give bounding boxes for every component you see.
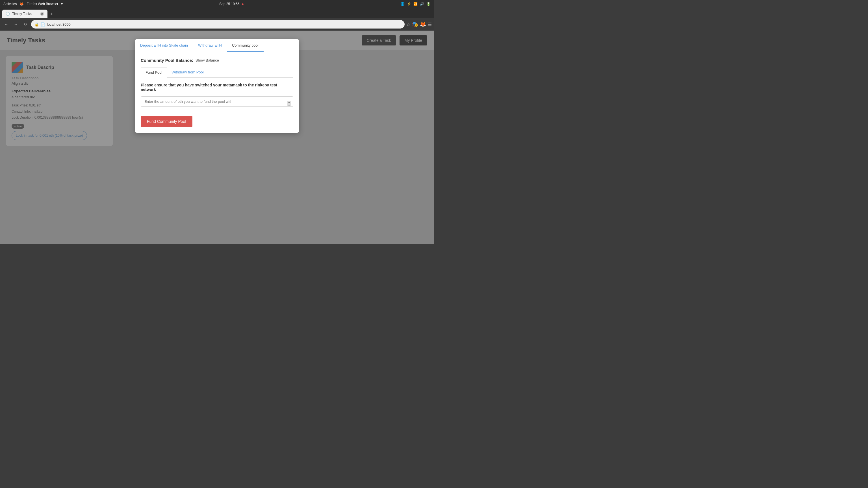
fund-community-pool-button[interactable]: Fund Community Pool bbox=[141, 116, 192, 127]
address-text: localhost:3000 bbox=[47, 22, 71, 27]
activities-label[interactable]: Activities bbox=[3, 2, 17, 6]
browser-toolbar: ← → ↻ 🔒 📄 localhost:3000 ☆ 🎭 🦊 ☰ bbox=[0, 18, 434, 31]
os-bar-left: Activities 🦊 Firefox Web Browser ▾ bbox=[3, 2, 63, 6]
page-icon: 📄 bbox=[41, 22, 45, 27]
reload-button[interactable]: ↻ bbox=[22, 20, 29, 28]
firefox-icon: 🦊 bbox=[20, 2, 24, 6]
tab-deposit-eth[interactable]: Deposit ETH into Skale chain bbox=[135, 39, 193, 52]
address-bar[interactable]: 🔒 📄 localhost:3000 bbox=[31, 20, 405, 29]
eth-input-wrapper: ▲ ▼ bbox=[141, 96, 293, 111]
close-tab-button[interactable]: ✕ bbox=[40, 12, 44, 16]
ext-fox-icon: 🦊 bbox=[420, 21, 426, 27]
volume-icon: 🔊 bbox=[420, 2, 424, 6]
inner-tab-bar: Fund Pool Withdraw from Pool bbox=[141, 67, 293, 78]
forward-button[interactable]: → bbox=[12, 20, 20, 28]
vpn-icon: 🌐 bbox=[400, 2, 405, 6]
spinner-buttons: ▲ ▼ bbox=[287, 101, 291, 107]
os-bar-right: 🌐 ⚡ 📶 🔊 🔋 bbox=[400, 2, 431, 6]
tab-bar: 🕐 Timely Tasks ✕ + bbox=[0, 8, 434, 18]
show-balance-link[interactable]: Show Balance bbox=[195, 58, 219, 62]
spinner-down[interactable]: ▼ bbox=[287, 104, 291, 107]
os-bar-center: Sep 25 19:56 ● bbox=[219, 2, 244, 6]
modal-overlay: Deposit ETH into Skale chain Withdraw ET… bbox=[0, 31, 434, 244]
browser-chrome: 🕐 Timely Tasks ✕ + ← → ↻ 🔒 📄 localhost:3… bbox=[0, 8, 434, 31]
active-browser-tab[interactable]: 🕐 Timely Tasks ✕ bbox=[2, 10, 48, 18]
new-tab-button[interactable]: + bbox=[48, 10, 55, 18]
charge-icon: ⚡ bbox=[407, 2, 411, 6]
tab-withdraw-eth[interactable]: Withdraw ETH bbox=[193, 39, 227, 52]
tab-title: Timely Tasks bbox=[12, 12, 32, 16]
modal-tab-bar: Deposit ETH into Skale chain Withdraw ET… bbox=[135, 39, 299, 52]
pool-balance-label: Community Pool Balance: bbox=[141, 58, 193, 63]
datetime: Sep 25 19:56 bbox=[219, 2, 239, 6]
spinner-up[interactable]: ▲ bbox=[287, 101, 291, 104]
security-icon: 🔒 bbox=[34, 22, 39, 27]
battery-icon: 🔋 bbox=[426, 2, 431, 6]
browser-extensions: 🎭 🦊 ☰ bbox=[412, 21, 432, 27]
community-pool-modal: Deposit ETH into Skale chain Withdraw ET… bbox=[135, 39, 299, 133]
tab-favicon: 🕐 bbox=[6, 12, 10, 16]
tab-community-pool[interactable]: Community pool bbox=[227, 39, 264, 52]
page-content: Timely Tasks Create a Task My Profile Ta… bbox=[0, 31, 434, 244]
back-button[interactable]: ← bbox=[2, 20, 10, 28]
warning-text: Please ensure that you have switched you… bbox=[141, 83, 293, 92]
inner-tab-withdraw-pool[interactable]: Withdraw from Pool bbox=[167, 67, 208, 78]
os-bar: Activities 🦊 Firefox Web Browser ▾ Sep 2… bbox=[0, 0, 434, 8]
pool-balance-row: Community Pool Balance: Show Balance bbox=[141, 58, 293, 63]
dropdown-icon: ▾ bbox=[61, 2, 63, 6]
browser-name: Firefox Web Browser bbox=[27, 2, 58, 6]
menu-icon[interactable]: ☰ bbox=[428, 22, 432, 27]
modal-body: Community Pool Balance: Show Balance Fun… bbox=[135, 52, 299, 133]
bookmark-icon[interactable]: ☆ bbox=[406, 22, 410, 27]
inner-tab-fund-pool[interactable]: Fund Pool bbox=[141, 67, 167, 78]
ext-mask-icon: 🎭 bbox=[412, 21, 418, 27]
recording-dot: ● bbox=[242, 2, 244, 6]
wifi-icon: 📶 bbox=[413, 2, 417, 6]
eth-amount-input[interactable] bbox=[141, 96, 293, 107]
